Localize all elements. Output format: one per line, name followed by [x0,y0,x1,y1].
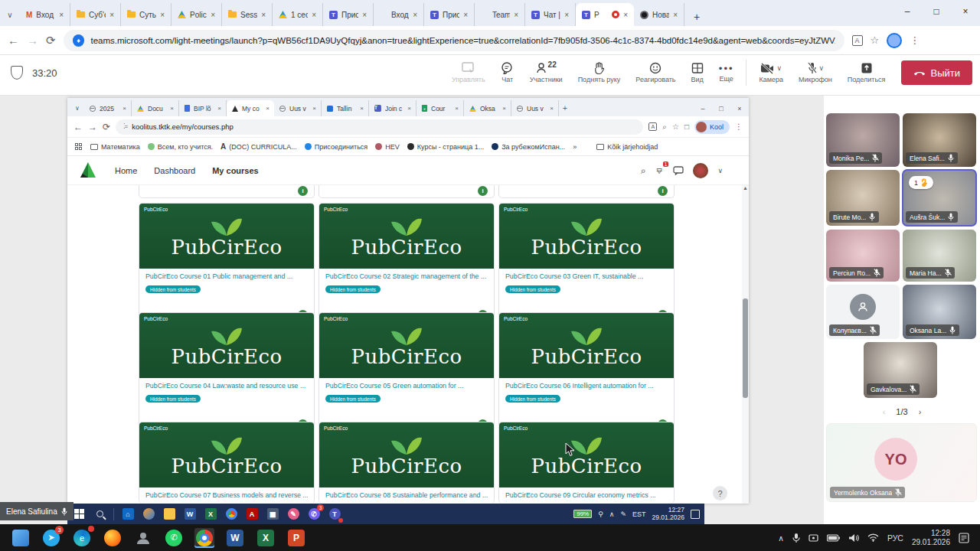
outer-tab-6[interactable]: TПрис× [323,3,374,26]
participant-tile[interactable]: Колупаєв... [826,285,900,339]
minimize-button[interactable]: – [694,105,712,112]
camera-button[interactable]: ∨ Камера [751,63,790,83]
browser-menu-icon[interactable]: ⋮ [735,122,743,131]
security-icon[interactable] [808,533,818,543]
course-card[interactable]: PubCirEcoPubCirEco PubCirEco Course 09 C… [498,422,675,504]
chat-button[interactable]: Чат [493,62,522,83]
bookmark-star-icon[interactable]: ☆ [672,122,679,131]
participant-tile[interactable]: Monika Pe... [826,113,900,167]
inner-tab-4[interactable]: Uus v× [274,100,322,116]
mic-button[interactable]: ∨ Микрофон [791,62,840,83]
people-app[interactable] [133,528,153,548]
tab-close-icon[interactable]: × [122,105,126,112]
outer-tab-8[interactable]: TПрис× [424,3,475,26]
help-button[interactable]: ? [713,486,727,500]
forward-icon[interactable]: → [88,122,97,132]
participant-tile[interactable]: Perciun Ro... [826,230,900,282]
powerpoint-app[interactable]: P [286,528,306,548]
outer-tab-7[interactable]: Вход× [374,3,424,26]
widgets-app[interactable] [11,528,31,548]
inner-tab-2[interactable]: BIP lõ× [179,100,227,116]
info-icon[interactable]: i [658,186,668,196]
search-icon[interactable]: ⌕ [641,165,646,176]
course-card[interactable]: PubCirEcoPubCirEco PubCirEco Course 06 I… [498,312,675,434]
course-card[interactable]: PubCirEcoPubCirEco PubCirEco Course 08 S… [318,422,495,504]
outer-tab-9[interactable]: Team× [475,3,525,26]
tab-close-icon[interactable]: × [673,11,678,19]
course-card[interactable]: PubCirEcoPubCirEco PubCirEco Course 03 G… [498,203,675,324]
telegram-app[interactable]: ➤3 [41,528,61,548]
page-scrollbar[interactable] [742,185,749,504]
browser-profile-avatar[interactable] [887,33,902,48]
nav-dashboard[interactable]: Dashboard [154,166,195,175]
keyboard-language[interactable]: EST [632,510,646,518]
course-title[interactable]: PubCirEco Course 05 Green automation for… [325,382,488,390]
course-card[interactable]: PubCirEcoPubCirEco PubCirEco Course 07 B… [139,422,315,504]
new-tab-button[interactable]: + [688,8,706,26]
tab-close-icon[interactable]: × [266,105,270,112]
keyboard-language[interactable]: РУС [887,533,903,543]
camera-chevron-icon[interactable]: ∨ [776,64,782,72]
excel-app[interactable]: X [204,507,217,521]
back-icon[interactable]: ← [8,34,19,47]
tab-close-icon[interactable]: × [514,11,518,19]
scroll-up-icon[interactable]: ▲ [742,185,749,193]
extensions-icon[interactable]: □ [684,122,689,131]
tab-close-icon[interactable]: × [109,11,114,19]
view-button[interactable]: Вид [684,62,711,83]
word-app[interactable]: W [225,528,245,548]
outer-tab-0[interactable]: MВход× [20,3,70,26]
prev-page-icon[interactable]: ‹ [883,407,886,416]
course-card[interactable]: PubCirEcoPubCirEco PubCirEco Course 02 S… [318,203,495,324]
participant-tile[interactable]: Gavkalova... [864,342,937,398]
leave-button[interactable]: Выйти [901,60,973,85]
info-icon[interactable]: i [478,186,488,196]
all-bookmarks[interactable]: Kõik järjehoidjad [596,143,658,151]
tab-close-icon[interactable]: × [550,105,554,112]
wifi-icon[interactable] [867,533,879,542]
inner-tab-8[interactable]: Oksa× [464,100,511,116]
whatsapp-app[interactable]: ✆ [164,528,184,548]
tab-close-icon[interactable]: × [623,11,628,19]
moodle-logo[interactable] [78,161,98,181]
nav-home[interactable]: Home [115,166,137,175]
outer-tab-3[interactable]: Polic× [172,3,222,26]
inner-tab-active-mycourses[interactable]: My co× [227,100,274,116]
forward-icon[interactable]: → [27,34,38,47]
close-button[interactable]: × [951,0,980,23]
raise-hand-button[interactable]: Поднять руку [570,62,629,83]
more-button[interactable]: ••• Еще [711,64,742,83]
calculator-app[interactable]: ▦ [266,507,279,521]
edge-app[interactable]: e [72,528,92,548]
inner-tab-0[interactable]: 2025× [84,100,132,116]
reload-icon[interactable]: ⟳ [46,34,56,47]
course-card[interactable]: PubCirEcoPubCirEco PubCirEco Course 05 G… [318,312,495,434]
manage-button[interactable]: Управлять [444,62,493,83]
maximize-button[interactable]: □ [922,0,951,23]
browser-profile-chip[interactable]: Kool [694,120,730,134]
outer-tab-5[interactable]: 1 сес× [273,3,323,26]
teams-app[interactable]: T [328,507,341,521]
participant-tile[interactable]: Oksana La... [903,285,976,339]
participant-tile-speaking[interactable]: 1 Aušra Šuk... [903,170,976,226]
apps-grid-icon[interactable] [75,143,83,151]
next-page-icon[interactable]: › [919,407,922,416]
outer-tab-12[interactable]: Нова× [634,3,684,26]
course-card[interactable]: PubCirEcoPubCirEco PubCirEco Course 01 P… [139,203,315,324]
tab-close-icon[interactable]: × [312,105,316,112]
back-icon[interactable]: ← [74,122,83,132]
close-button[interactable]: × [730,105,749,112]
info-icon[interactable]: i [298,186,308,196]
course-card-partial[interactable]: i [498,185,675,198]
address-bar[interactable]: ⁚= koolitus.tktk.ee/my/courses.php [116,119,643,135]
inner-tab-9[interactable]: Uus v× [511,100,559,116]
chrome-app[interactable] [224,507,238,521]
bookmark-item[interactable]: Всем, кто учится. [148,143,213,151]
participant-tile[interactable]: Birute Mo... [826,170,900,226]
paint-app[interactable]: ✎ [286,507,300,521]
new-tab-button[interactable]: + [559,100,571,116]
store-app[interactable]: ⌂ [121,507,135,521]
scrollbar-thumb[interactable] [743,298,748,398]
messages-icon[interactable] [673,166,684,175]
participant-tile-spotlight[interactable]: YO Yermolenko Oksana [826,423,977,502]
